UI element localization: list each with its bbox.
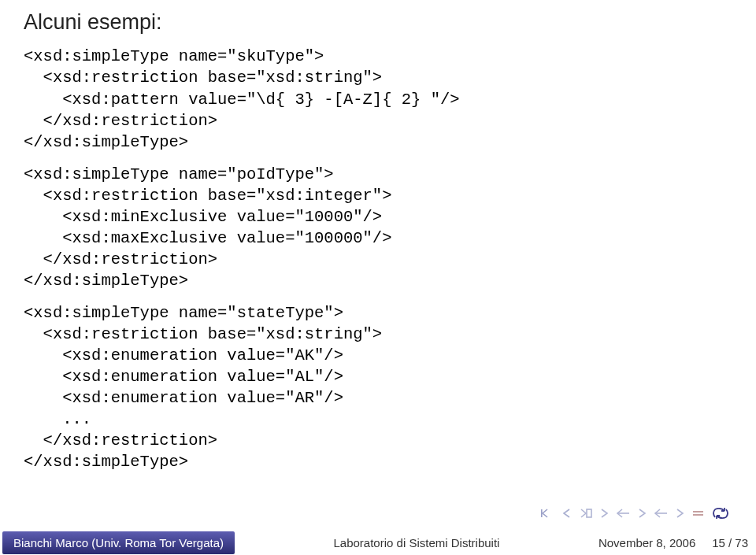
code-example-1: <xsd:simpleType name="skuType"> <xsd:res… [24, 46, 732, 152]
slide-footer: Bianchi Marco (Univ. Roma Tor Vergata) L… [0, 529, 756, 555]
step-icon[interactable] [674, 508, 687, 519]
slide-content: Alcuni esempi: <xsd:simpleType name="sku… [0, 0, 756, 472]
footer-page: 15 / 73 [712, 536, 748, 549]
slide-heading: Alcuni esempi: [24, 8, 732, 36]
code-example-3: <xsd:simpleType name="stateType"> <xsd:r… [24, 302, 732, 472]
svg-rect-1 [587, 509, 591, 517]
footer-right: November 8, 2006 15 / 73 [598, 536, 756, 549]
next-icon[interactable] [578, 508, 594, 519]
next-group-icon[interactable] [598, 508, 611, 519]
code-example-2: <xsd:simpleType name="poIdType"> <xsd:re… [24, 164, 732, 291]
prev-icon[interactable] [561, 508, 573, 519]
back-arrow-icon[interactable] [616, 508, 632, 519]
forward-icon[interactable] [636, 508, 649, 519]
footer-date: November 8, 2006 [598, 536, 695, 549]
svg-rect-0 [541, 509, 543, 517]
footer-author: Bianchi Marco (Univ. Roma Tor Vergata) [2, 531, 235, 554]
last-arrow-icon[interactable] [654, 508, 669, 519]
footer-title: Laboratorio di Sistemi Distribuiti [235, 536, 598, 549]
nav-controls [540, 506, 731, 520]
equal-icon[interactable] [691, 508, 706, 519]
first-icon[interactable] [540, 508, 556, 519]
loop-icon[interactable] [710, 506, 731, 520]
